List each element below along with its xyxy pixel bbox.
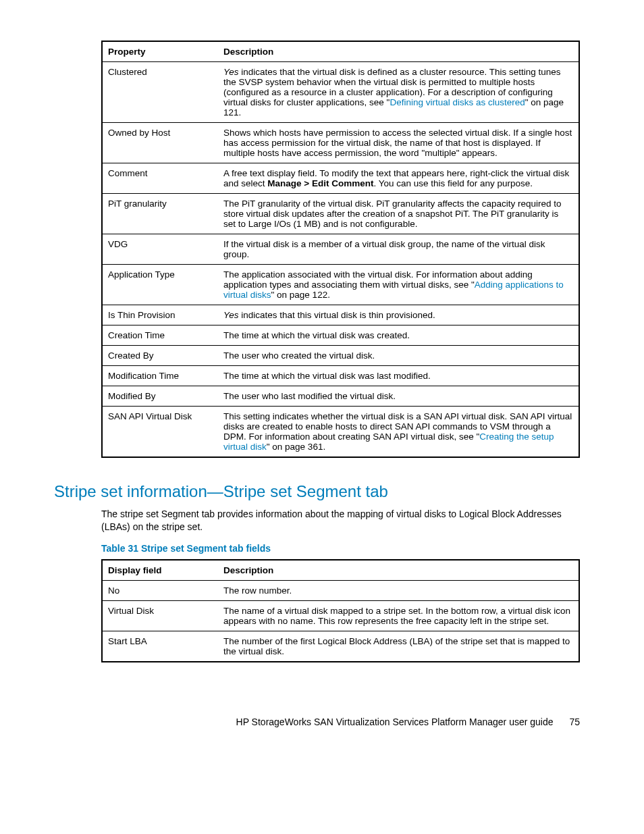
desc-cell: This setting indicates whether the virtu… bbox=[218, 407, 579, 458]
table-row: Start LBA The number of the first Logica… bbox=[102, 631, 579, 662]
page-footer: HP StorageWorks SAN Virtualization Servi… bbox=[54, 716, 580, 727]
desc-cell: The time at which the virtual disk was l… bbox=[218, 366, 579, 386]
desc-cell: A free text display field. To modify the… bbox=[218, 163, 579, 194]
section-heading: Stripe set information—Stripe set Segmen… bbox=[54, 482, 580, 501]
desc-cell: Yes indicates that this virtual disk is … bbox=[218, 305, 579, 325]
table-row: Creation Time The time at which the virt… bbox=[102, 325, 579, 346]
prop-cell: Clustered bbox=[102, 62, 218, 123]
table-row: Virtual Disk The name of a virtual disk … bbox=[102, 600, 579, 631]
prop-cell: Modified By bbox=[102, 386, 218, 407]
desc-cell: Yes indicates that the virtual disk is d… bbox=[218, 62, 579, 123]
prop-cell: No bbox=[102, 580, 218, 600]
table-row: Is Thin Provision Yes indicates that thi… bbox=[102, 305, 579, 325]
prop-cell: Created By bbox=[102, 346, 218, 366]
desc-cell: The user who created the virtual disk. bbox=[218, 346, 579, 366]
col-header-description: Description bbox=[218, 41, 579, 62]
table-row: PiT granularity The PiT granularity of t… bbox=[102, 194, 579, 234]
table-row: Application Type The application associa… bbox=[102, 265, 579, 305]
table-row: SAN API Virtual Disk This setting indica… bbox=[102, 407, 579, 458]
table-row: VDG If the virtual disk is a member of a… bbox=[102, 234, 579, 265]
footer-title: HP StorageWorks SAN Virtualization Servi… bbox=[236, 716, 554, 727]
col-header-display-field: Display field bbox=[102, 560, 218, 581]
col-header-property: Property bbox=[102, 41, 218, 62]
desc-cell: The user who last modified the virtual d… bbox=[218, 386, 579, 407]
prop-cell: VDG bbox=[102, 234, 218, 265]
table-row: Modification Time The time at which the … bbox=[102, 366, 579, 386]
desc-cell: If the virtual disk is a member of a vir… bbox=[218, 234, 579, 265]
desc-cell: The name of a virtual disk mapped to a s… bbox=[218, 600, 579, 631]
table-caption: Table 31 Stripe set Segment tab fields bbox=[101, 543, 580, 554]
desc-cell: Shows which hosts have permission to acc… bbox=[218, 123, 579, 163]
table-row: Clustered Yes indicates that the virtual… bbox=[102, 62, 579, 123]
property-table: Property Description Clustered Yes indic… bbox=[101, 41, 580, 458]
table-row: Modified By The user who last modified t… bbox=[102, 386, 579, 407]
prop-cell: SAN API Virtual Disk bbox=[102, 407, 218, 458]
segment-table: Display field Description No The row num… bbox=[101, 559, 580, 662]
desc-cell: The PiT granularity of the virtual disk.… bbox=[218, 194, 579, 234]
table-row: Comment A free text display field. To mo… bbox=[102, 163, 579, 194]
prop-cell: Start LBA bbox=[102, 631, 218, 662]
table-row: No The row number. bbox=[102, 580, 579, 600]
desc-cell: The row number. bbox=[218, 580, 579, 600]
page-number: 75 bbox=[569, 716, 580, 727]
col-header-description: Description bbox=[218, 560, 579, 581]
prop-cell: Comment bbox=[102, 163, 218, 194]
desc-cell: The time at which the virtual disk was c… bbox=[218, 325, 579, 346]
prop-cell: Owned by Host bbox=[102, 123, 218, 163]
desc-cell: The application associated with the virt… bbox=[218, 265, 579, 305]
link-defining-virtual-disks[interactable]: Defining virtual disks as clustered bbox=[390, 97, 525, 107]
table-row: Owned by Host Shows which hosts have per… bbox=[102, 123, 579, 163]
prop-cell: Virtual Disk bbox=[102, 600, 218, 631]
prop-cell: Creation Time bbox=[102, 325, 218, 346]
table-row: Created By The user who created the virt… bbox=[102, 346, 579, 366]
prop-cell: Modification Time bbox=[102, 366, 218, 386]
prop-cell: Application Type bbox=[102, 265, 218, 305]
prop-cell: Is Thin Provision bbox=[102, 305, 218, 325]
section-body: The stripe set Segment tab provides info… bbox=[101, 508, 580, 533]
prop-cell: PiT granularity bbox=[102, 194, 218, 234]
desc-cell: The number of the first Logical Block Ad… bbox=[218, 631, 579, 662]
